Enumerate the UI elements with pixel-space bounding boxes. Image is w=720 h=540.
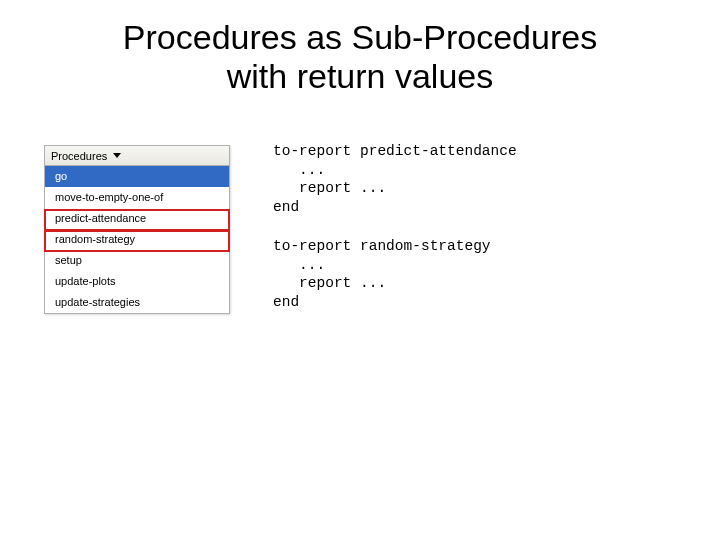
code-snippet-predict-attendance: to-report predict-attendance ... report … [273, 142, 517, 216]
dropdown-item-move-to-empty[interactable]: move-to-empty-one-of [45, 187, 229, 208]
chevron-down-icon [113, 153, 121, 158]
dropdown-item-update-plots[interactable]: update-plots [45, 271, 229, 292]
title-line-1: Procedures as Sub-Procedures [123, 18, 597, 56]
procedures-dropdown[interactable]: Procedures go move-to-empty-one-of predi… [44, 145, 230, 314]
dropdown-item-predict-attendance[interactable]: predict-attendance [45, 208, 229, 229]
code-snippet-random-strategy: to-report random-strategy ... report ...… [273, 237, 491, 311]
dropdown-label: Procedures [51, 150, 107, 162]
dropdown-item-go[interactable]: go [45, 166, 229, 187]
dropdown-item-random-strategy[interactable]: random-strategy [45, 229, 229, 250]
dropdown-item-update-strategies[interactable]: update-strategies [45, 292, 229, 313]
title-line-2: with return values [227, 57, 493, 95]
dropdown-list: go move-to-empty-one-of predict-attendan… [45, 166, 229, 313]
slide-content: Procedures go move-to-empty-one-of predi… [44, 145, 684, 365]
dropdown-header[interactable]: Procedures [45, 146, 229, 166]
dropdown-item-setup[interactable]: setup [45, 250, 229, 271]
slide-title: Procedures as Sub-Procedures with return… [0, 18, 720, 96]
